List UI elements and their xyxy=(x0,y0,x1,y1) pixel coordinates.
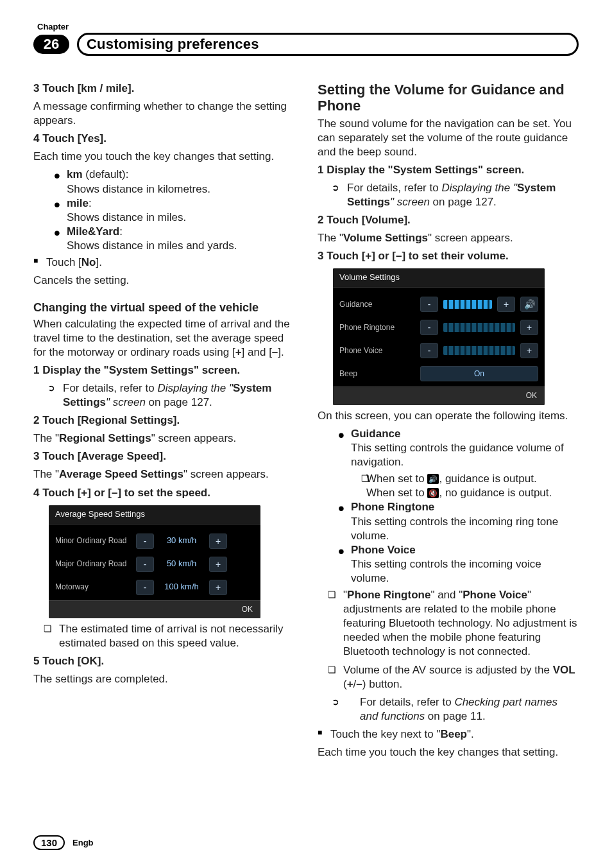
cv-note: The estimated time of arrival is not nec… xyxy=(33,622,294,650)
cv-step2-label: 2 Touch [Regional Settings]. xyxy=(33,414,180,426)
heading-changing-speed: Changing the virtual speed of the vehicl… xyxy=(33,300,294,315)
cv-step2-body-post: " screen appears. xyxy=(151,432,237,444)
ok-button[interactable]: OK xyxy=(526,391,537,400)
guidance-note2-pre: When set to xyxy=(366,487,427,499)
avg-row-major: Major Ordinary Road - 50 km/h + xyxy=(55,553,254,576)
cancel-line: Cancels the setting. xyxy=(33,273,294,288)
option-mile-yard: Mile&Yard: Shows distance in miles and y… xyxy=(67,225,294,253)
minus-button[interactable]: - xyxy=(420,297,438,312)
plus-button[interactable]: + xyxy=(520,320,538,335)
ok-button[interactable]: OK xyxy=(242,605,253,614)
chapter-title-pill: Customising preferences xyxy=(77,33,579,56)
minus-button[interactable]: - xyxy=(136,557,154,572)
plus-button[interactable]: + xyxy=(497,297,515,312)
right-column: Setting the Volume for Guidance and Phon… xyxy=(318,82,579,763)
minus-button[interactable]: - xyxy=(420,343,438,358)
minus-button[interactable]: - xyxy=(420,320,438,335)
note-av-minus: – xyxy=(356,678,362,690)
after-shot-text: On this screen, you can operate the foll… xyxy=(318,409,579,423)
vol-row-ringtone-label: Phone Ringtone xyxy=(339,323,415,333)
option-mile-title: mile xyxy=(67,197,89,209)
avg-row-minor: Minor Ordinary Road - 30 km/h + xyxy=(55,530,254,553)
r-step2-body-post: " screen appears. xyxy=(428,232,513,244)
cv-step1-ref-post: on page 127. xyxy=(146,396,212,408)
note-bt-mid: " and " xyxy=(430,589,463,601)
avg-row-major-value: 50 km/h xyxy=(159,559,204,569)
option-mile-yard-suffix: : xyxy=(119,225,123,238)
r-step2-body-bold: Volume Settings xyxy=(343,232,428,244)
volume-screenshot: Volume Settings Guidance - + 🔊 Phone Rin… xyxy=(333,268,545,404)
r-step2-body: The "Volume Settings" screen appears. xyxy=(318,231,579,245)
touch-no-row: Touch [No]. xyxy=(33,256,294,270)
vol-row-ringtone: Phone Ringtone - + xyxy=(339,316,538,339)
r-step1-ref-ital2: " screen xyxy=(390,196,430,208)
speaker-off-icon xyxy=(427,488,439,498)
touch-no-bold: No xyxy=(81,256,96,268)
item-voice: Phone Voice This setting controls the in… xyxy=(351,543,579,586)
chapter-title: Customising preferences xyxy=(87,36,259,53)
r-step1-ref-ital1: Displaying the " xyxy=(441,182,517,194)
minus-symbol: – xyxy=(272,346,278,358)
guidance-note-1: When set to , guidance is output. When s… xyxy=(351,472,579,500)
item-guidance: Guidance This setting controls the guida… xyxy=(351,427,579,500)
step-4-body: Each time you touch the key changes that… xyxy=(33,150,294,164)
avg-speed-title: Average Speed Settings xyxy=(49,505,260,525)
vol-row-guidance: Guidance - + 🔊 xyxy=(339,293,538,316)
guidance-note2-post: , no guidance is output. xyxy=(439,487,552,499)
language-code: Engb xyxy=(72,838,94,847)
note-bt-b1: Phone Ringtone xyxy=(347,589,430,601)
note-av-bold: VOL xyxy=(553,664,575,676)
vol-row-beep: Beep On xyxy=(339,362,538,385)
plus-button[interactable]: + xyxy=(209,580,227,595)
note-bluetooth: "Phone Ringtone" and "Phone Voice" adjus… xyxy=(318,588,579,659)
cv-step2-body-bold: Regional Settings xyxy=(59,432,151,444)
cv-step2-body-pre: The " xyxy=(33,432,59,444)
note-av-volume: Volume of the AV source is adjusted by t… xyxy=(318,663,579,691)
plus-button[interactable]: + xyxy=(520,343,538,358)
cv-step4-label: 4 Touch [+] or [–] to set the speed. xyxy=(33,487,210,499)
page-number: 130 xyxy=(33,835,65,850)
item-ringtone-title: Phone Ringtone xyxy=(351,501,434,513)
vol-row-beep-label: Beep xyxy=(339,369,415,379)
volume-bar[interactable] xyxy=(443,323,515,332)
guidance-note1-pre: When set to xyxy=(366,473,427,485)
option-mile-yard-title: Mile&Yard xyxy=(67,225,119,238)
cv-step1-ref-ital2: " screen xyxy=(106,396,146,408)
option-mile-desc: Shows distance in miles. xyxy=(67,211,186,223)
volume-bar[interactable] xyxy=(443,300,492,309)
guidance-note1-post: , guidance is output. xyxy=(439,473,536,485)
option-km: km (default): Shows distance in kilometr… xyxy=(67,168,294,196)
vol-row-voice: Phone Voice - + xyxy=(339,339,538,362)
cv-step1-ref: For details, refer to Displaying the "Sy… xyxy=(33,381,294,410)
cv-step5-label: 5 Touch [OK]. xyxy=(33,655,104,667)
page-footer: 130 Engb xyxy=(33,835,94,850)
speaker-icon[interactable]: 🔊 xyxy=(520,297,538,312)
beep-touch-row: Touch the key next to "Beep". xyxy=(318,727,579,742)
plus-symbol: + xyxy=(235,346,242,358)
volume-bar[interactable] xyxy=(443,346,515,355)
item-voice-title: Phone Voice xyxy=(351,544,416,556)
note-av-ref: For details, refer to Checking part name… xyxy=(318,695,579,724)
step-3-label: 3 Touch [km / mile]. xyxy=(33,82,134,94)
beep-toggle[interactable]: On xyxy=(420,366,538,381)
option-km-suffix: (default): xyxy=(83,168,129,180)
note-av-plus: + xyxy=(347,678,353,690)
minus-button[interactable]: - xyxy=(136,580,154,595)
note-av-ref-pre: For details, refer to xyxy=(360,696,454,708)
avg-row-minor-label: Minor Ordinary Road xyxy=(55,536,131,546)
cv-step1-ref-ital1: Displaying the " xyxy=(157,382,233,394)
minus-button[interactable]: - xyxy=(136,534,154,549)
item-ringtone-body: This setting controls the incoming ring … xyxy=(351,516,558,542)
heading-setting-volume: Setting the Volume for Guidance and Phon… xyxy=(318,82,579,114)
note-av-post: ) button. xyxy=(362,678,402,690)
cv-step3-body-post: " screen appears. xyxy=(183,468,269,480)
cv-step3-label: 3 Touch [Average Speed]. xyxy=(33,450,166,462)
avg-row-motorway: Motorway - 100 km/h + xyxy=(55,576,254,599)
beep-touch-post: ". xyxy=(467,728,474,740)
cv-step5-body: The settings are completed. xyxy=(33,672,294,686)
plus-button[interactable]: + xyxy=(209,557,227,572)
plus-button[interactable]: + xyxy=(209,534,227,549)
r-step2-label: 2 Touch [Volume]. xyxy=(318,214,411,226)
changing-body: When calculating the expected time of ar… xyxy=(33,317,294,360)
beep-body: Each time you touch the key changes that… xyxy=(318,745,579,759)
